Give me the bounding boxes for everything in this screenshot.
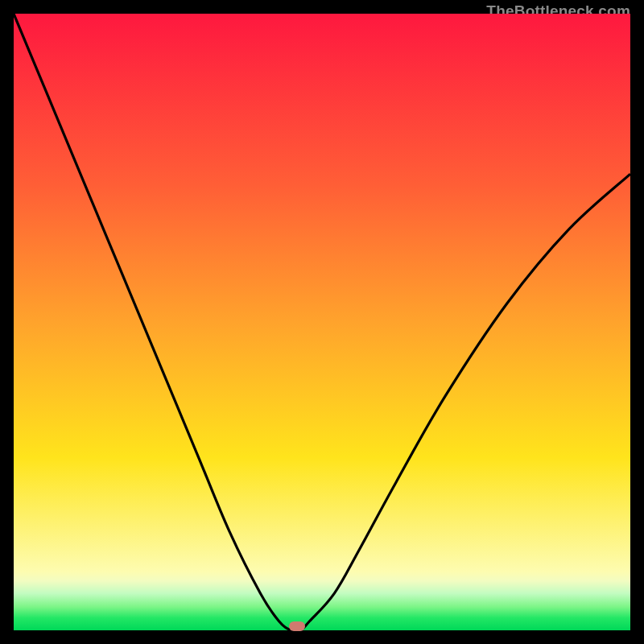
- chart-frame: TheBottleneck.com: [14, 14, 630, 630]
- curve-path: [14, 14, 630, 630]
- optimum-marker: [289, 621, 305, 631]
- bottleneck-curve: [14, 14, 630, 630]
